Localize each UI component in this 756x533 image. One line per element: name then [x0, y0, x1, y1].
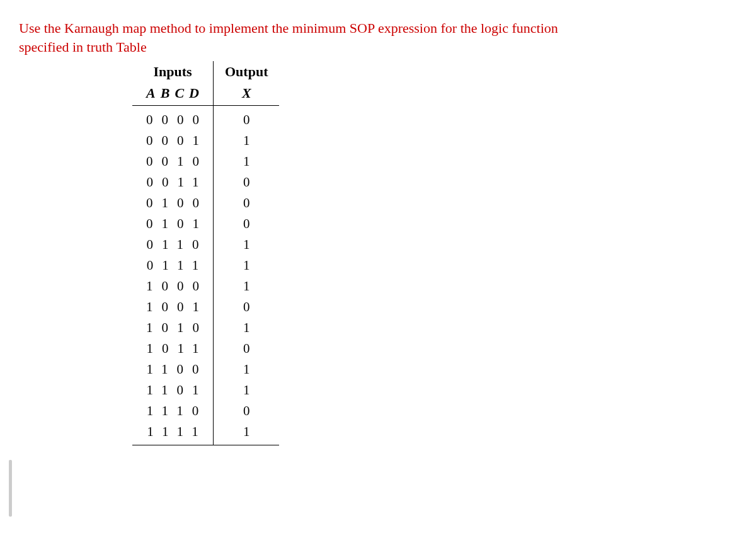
- inputs-cell: 0101: [132, 214, 214, 234]
- table-row: 10001: [132, 276, 279, 297]
- inputs-cell: 1000: [132, 276, 214, 297]
- inputs-cell: 1100: [132, 359, 214, 380]
- table-row: 00101: [132, 151, 279, 172]
- output-cell: 1: [214, 234, 280, 255]
- table-row: 11111: [132, 421, 279, 445]
- output-cell: 1: [214, 380, 280, 401]
- table-row: 01111: [132, 255, 279, 276]
- inputs-cell: 1010: [132, 318, 214, 338]
- header-output: Output: [214, 61, 280, 83]
- truth-table-wrap: Inputs Output ABCD X 0000000011001010011…: [132, 61, 737, 445]
- output-cell: 0: [214, 401, 280, 421]
- table-row: 00011: [132, 130, 279, 151]
- inputs-cell: 1111: [132, 421, 214, 445]
- output-cell: 0: [214, 338, 280, 359]
- table-row: 01010: [132, 214, 279, 234]
- output-cell: 0: [214, 106, 280, 131]
- output-cell: 0: [214, 214, 280, 234]
- table-row: 11100: [132, 401, 279, 421]
- table-row: 11001: [132, 359, 279, 380]
- inputs-cell: 0000: [132, 106, 214, 131]
- inputs-cell: 0111: [132, 255, 214, 276]
- table-row: 00110: [132, 172, 279, 193]
- inputs-cell: 1011: [132, 338, 214, 359]
- output-cell: 0: [214, 297, 280, 318]
- output-cell: 0: [214, 193, 280, 214]
- output-cell: 1: [214, 359, 280, 380]
- inputs-cell: 1001: [132, 297, 214, 318]
- output-cell: 1: [214, 130, 280, 151]
- inputs-cell: 0010: [132, 151, 214, 172]
- output-cell: 1: [214, 421, 280, 445]
- header-inputs: Inputs: [132, 61, 214, 83]
- table-row: 01101: [132, 234, 279, 255]
- inputs-cell: 0001: [132, 130, 214, 151]
- subheader-inputs: ABCD: [132, 83, 214, 106]
- output-cell: 1: [214, 276, 280, 297]
- inputs-cell: 1101: [132, 380, 214, 401]
- output-cell: 1: [214, 151, 280, 172]
- table-row: 01000: [132, 193, 279, 214]
- inputs-cell: 0011: [132, 172, 214, 193]
- scroll-indicator: [9, 460, 12, 464]
- table-row: 00000: [132, 106, 279, 131]
- output-cell: 1: [214, 318, 280, 338]
- table-row: 11011: [132, 380, 279, 401]
- inputs-cell: 0100: [132, 193, 214, 214]
- table-row: 10010: [132, 297, 279, 318]
- table-row: 10101: [132, 318, 279, 338]
- subheader-output: X: [214, 83, 280, 106]
- truth-table: Inputs Output ABCD X 0000000011001010011…: [132, 61, 279, 445]
- output-cell: 1: [214, 255, 280, 276]
- inputs-cell: 1110: [132, 401, 214, 421]
- output-cell: 0: [214, 172, 280, 193]
- table-row: 10110: [132, 338, 279, 359]
- question-text: Use the Karnaugh map method to implement…: [19, 19, 586, 56]
- inputs-cell: 0110: [132, 234, 214, 255]
